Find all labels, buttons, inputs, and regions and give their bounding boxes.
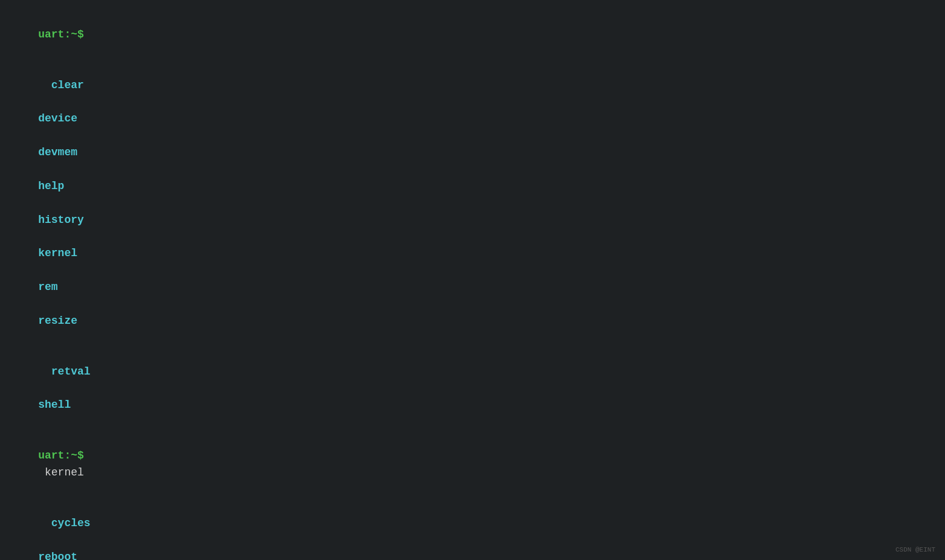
terminal-line-1: uart:~$ <box>12 10 933 60</box>
watermark: CSDN @EINT <box>895 545 935 555</box>
prompt-2: uart:~$ <box>38 449 84 462</box>
autocomplete-item-device[interactable]: device <box>38 112 77 124</box>
kernel-autocomplete: cycles reboot stacks threads uptime vers… <box>12 498 933 560</box>
command-kernel: kernel <box>38 466 84 478</box>
terminal-container: uart:~$ clear device devmem help history… <box>12 10 933 560</box>
autocomplete-item-reboot[interactable]: reboot <box>38 551 77 561</box>
autocomplete-item-rem[interactable]: rem <box>38 281 57 293</box>
autocomplete-item-kernel[interactable]: kernel <box>38 247 77 259</box>
autocomplete-row-2: retval shell <box>12 347 933 431</box>
terminal-line-2: uart:~$ kernel <box>12 431 933 498</box>
autocomplete-item-clear[interactable]: clear <box>38 79 84 91</box>
autocomplete-row-1: clear device devmem help history kernel … <box>12 60 933 347</box>
autocomplete-item-resize[interactable]: resize <box>38 315 77 327</box>
autocomplete-item-history[interactable]: history <box>38 214 84 226</box>
autocomplete-item-retval[interactable]: retval <box>38 365 90 378</box>
prompt-1: uart:~$ <box>38 28 84 40</box>
autocomplete-item-help[interactable]: help <box>38 180 64 192</box>
autocomplete-item-devmem[interactable]: devmem <box>38 146 77 158</box>
autocomplete-item-cycles[interactable]: cycles <box>38 517 90 529</box>
autocomplete-item-shell[interactable]: shell <box>38 399 71 411</box>
